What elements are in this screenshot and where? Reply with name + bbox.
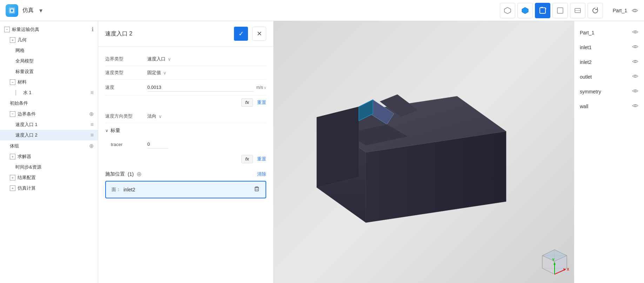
boundary-type-dropdown[interactable]: 速度入口 ∨ [147, 56, 171, 62]
velocity-inlet1-menu-icon[interactable]: ≡ [90, 121, 94, 128]
layer-eye-inlet2[interactable] [632, 58, 638, 66]
layer-item-inlet1[interactable]: inlet1 [574, 40, 644, 55]
sidebar-item-result-config[interactable]: 结果配置 [0, 172, 98, 183]
location-delete-button[interactable] [254, 186, 260, 193]
info-icon[interactable]: ℹ [92, 26, 94, 33]
sidebar-item-body-group[interactable]: 体组 ⊕ [0, 140, 98, 151]
layer-name-outlet: outlet [580, 74, 629, 80]
velocity-unit-text: m/s [256, 85, 263, 90]
velocity-unit: m/s ∨ [256, 85, 266, 90]
velocity-row: 速度 m/s ∨ [105, 80, 266, 96]
svg-point-38 [635, 75, 636, 77]
tracer-fx-button[interactable]: fx [241, 155, 253, 163]
sidebar-item-mesh[interactable]: 网格 [0, 45, 98, 56]
layer-item-outlet[interactable]: outlet [574, 70, 644, 84]
body-group-add-icon[interactable]: ⊕ [89, 143, 94, 149]
sidebar-item-solver[interactable]: 求解器 [0, 151, 98, 162]
layer-item-symmetry[interactable]: symmetry [574, 84, 644, 99]
layer-eye-inlet1[interactable] [632, 44, 638, 51]
expand-solver[interactable] [10, 154, 15, 159]
location-item-name: inlet2 [123, 187, 251, 192]
velocity-unit-arrow[interactable]: ∨ [264, 86, 266, 90]
layer-item-wall[interactable]: wall [574, 99, 644, 114]
view-btn-wireframe[interactable] [535, 3, 550, 18]
boundary-type-label: 边界类型 [105, 56, 147, 62]
sidebar-item-initial-conditions[interactable]: 初始条件 [0, 98, 98, 108]
tracer-input[interactable] [147, 140, 168, 149]
velocity-direction-arrow: ∨ [159, 114, 162, 119]
boundary-add-icon[interactable]: ⊕ [89, 111, 94, 117]
scalar-section-arrow[interactable]: ∨ [105, 128, 108, 133]
layer-eye-symmetry[interactable] [632, 88, 638, 96]
sidebar-item-boundary-conditions[interactable]: 边界条件 ⊕ [0, 108, 98, 119]
sidebar-item-sim-compute[interactable]: 仿真计算 [0, 183, 98, 193]
app-dropdown-arrow[interactable]: ▾ [39, 7, 42, 14]
view-btn-solid[interactable] [517, 3, 533, 18]
svg-point-37 [635, 61, 636, 62]
svg-text:Y: Y [552, 258, 555, 262]
location-add-button[interactable]: ⊕ [136, 170, 142, 178]
solver-label: 求解器 [18, 153, 94, 160]
expand-scalar-transport[interactable] [4, 27, 10, 32]
location-item-inlet2: 面： inlet2 [105, 181, 266, 198]
velocity-input[interactable] [147, 83, 254, 92]
svg-rect-6 [557, 8, 563, 13]
layer-item-inlet2[interactable]: inlet2 [574, 55, 644, 70]
main-content: 标量运输仿真 ℹ 几何 网格 全局模型 标量设置 材料 水 1 ≡ [0, 21, 644, 283]
view-btn-top[interactable] [570, 3, 585, 18]
water1-menu-icon[interactable]: ≡ [90, 90, 94, 96]
panel-cancel-button[interactable]: ✕ [252, 27, 266, 41]
expand-boundary[interactable] [10, 111, 15, 117]
svg-point-9 [634, 9, 636, 12]
sidebar-item-velocity-inlet1[interactable]: 速度入口 1 ≡ [0, 119, 98, 130]
velocity-reset-link[interactable]: 重置 [257, 99, 266, 106]
result-config-label: 结果配置 [18, 175, 94, 181]
svg-rect-2 [11, 9, 13, 12]
velocity-direction-dropdown[interactable]: 法向 ∨ [147, 113, 162, 119]
expand-sim-compute[interactable] [10, 185, 15, 191]
reset-view-button[interactable] [588, 3, 603, 18]
tracer-reset-link[interactable]: 重置 [257, 156, 266, 162]
location-clear-button[interactable]: 清除 [257, 171, 266, 177]
layer-name-inlet1: inlet1 [580, 45, 629, 50]
sidebar: 标量运输仿真 ℹ 几何 网格 全局模型 标量设置 材料 水 1 ≡ [0, 21, 98, 283]
tracer-label: tracer [111, 142, 147, 147]
sidebar-item-velocity-inlet2[interactable]: 速度入口 2 ≡ [0, 130, 98, 140]
velocity-type-dropdown[interactable]: 固定值 ∨ [147, 70, 167, 76]
app-icon [6, 4, 18, 17]
viewport[interactable]: Y X [274, 21, 574, 283]
velocity-inlet2-menu-icon[interactable]: ≡ [90, 132, 94, 138]
expand-geometry[interactable] [10, 37, 15, 43]
sidebar-item-material[interactable]: 材料 [0, 77, 98, 87]
panel-body: 边界类型 速度入口 ∨ 速度类型 固定值 ∨ [98, 47, 273, 283]
sidebar-item-time-resources[interactable]: 时间步&资源 [0, 162, 98, 172]
scalar-transport-label: 标量运输仿真 [12, 26, 89, 33]
layer-eye-part1[interactable] [632, 29, 638, 37]
scalar-settings-label: 标量设置 [15, 68, 94, 75]
view-btn-front[interactable] [552, 3, 568, 18]
scalar-section-title: 标量 [110, 127, 120, 134]
expand-result-config[interactable] [10, 175, 15, 180]
view-btn-perspective[interactable] [500, 3, 515, 18]
velocity-type-field: 固定值 ∨ [147, 70, 266, 76]
part-eye-icon[interactable] [631, 7, 638, 14]
velocity-fx-button[interactable]: fx [241, 98, 253, 107]
global-model-label: 全局模型 [15, 58, 94, 64]
layer-name-wall: wall [580, 104, 629, 109]
layer-name-part1: Part_1 [580, 30, 629, 35]
panel-confirm-button[interactable]: ✓ [234, 27, 248, 41]
layer-eye-wall[interactable] [632, 103, 638, 110]
layer-eye-outlet[interactable] [632, 73, 638, 81]
sidebar-item-geometry[interactable]: 几何 [0, 35, 98, 45]
sidebar-item-scalar-transport[interactable]: 标量运输仿真 ℹ [0, 24, 98, 35]
coordinate-indicator: Y X [539, 248, 567, 276]
sidebar-item-water1[interactable]: 水 1 ≡ [0, 87, 98, 98]
velocity-direction-value: 法向 [147, 113, 156, 119]
layer-item-part1[interactable]: Part_1 [574, 25, 644, 40]
svg-point-36 [635, 46, 636, 48]
sidebar-item-global-model[interactable]: 全局模型 [0, 56, 98, 66]
velocity-action-row: fx 重置 [105, 96, 266, 110]
expand-material[interactable] [10, 79, 15, 85]
sidebar-item-scalar-settings[interactable]: 标量设置 [0, 66, 98, 77]
velocity-direction-field: 法向 ∨ [147, 113, 266, 119]
